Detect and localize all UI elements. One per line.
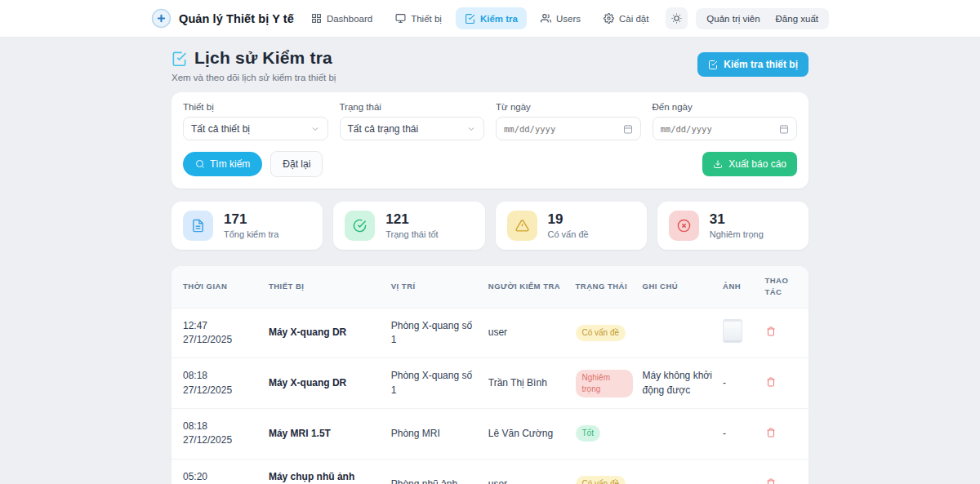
row-actions [760,459,808,484]
page-title: Lịch sử Kiểm tra [194,48,332,68]
device-filter-select[interactable]: Tất cả thiết bị [183,117,328,140]
search-button[interactable]: Tìm kiếm [183,152,262,176]
row-actions [760,409,808,460]
row-time: 08:18 27/12/2025 [172,409,264,460]
status-badge: Có vấn đề [576,325,626,341]
nav-devices[interactable]: Thiết bị [386,7,451,29]
col-status: TRẠNG THÁI [571,266,638,308]
nav-users[interactable]: Users [532,7,590,29]
row-inspector: user [483,459,571,484]
from-date-control[interactable] [496,117,641,140]
nav-settings[interactable]: Cài đặt [595,7,657,29]
stat-label: Tổng kiểm tra [224,229,278,239]
table-row: 08:18 27/12/2025 Máy X-quang DR Phòng X-… [172,358,808,409]
page-head: Lịch sử Kiểm tra Xem và theo dõi lịch sử… [172,48,808,82]
check-square-icon [708,60,718,69]
nav-dashboard[interactable]: Dashboard [302,7,381,29]
stat-critical: 31 Nghiêm trọng [657,202,808,250]
row-status: Có vấn đề [571,459,638,484]
stat-label: Có vấn đề [548,229,589,239]
stat-cards: 171 Tổng kiểm tra 121 Trạng thái tốt 19 … [172,202,808,250]
row-location: Phòng X-quang số 1 [386,308,483,358]
inspect-device-button[interactable]: Kiểm tra thiết bị [697,52,808,77]
col-time: THỜI GIAN [172,266,264,308]
device-filter-field: Thiết bị Tất cả thiết bị [183,102,328,140]
logout-button[interactable]: Đăng xuất [776,14,818,24]
from-date-input[interactable] [504,124,623,134]
trash-icon [766,326,776,336]
row-location: Phòng MRI [386,409,483,460]
gear-icon [604,13,614,24]
calendar-icon[interactable] [623,124,633,134]
user-role-label[interactable]: Quản trị viên [706,14,760,24]
col-device: THIẾT BỊ [264,266,386,308]
table-header-row: THỜI GIAN THIẾT BỊ VỊ TRÍ NGƯỜI KIỂM TRA… [172,266,808,308]
to-date-label: Đến ngày [653,102,798,112]
download-icon [713,159,723,169]
from-date-label: Từ ngày [496,102,641,112]
device-filter-label: Thiết bị [183,102,328,112]
stat-value: 121 [385,212,438,228]
table-row: 12:47 27/12/2025 Máy X-quang DR Phòng X-… [172,308,808,358]
theme-toggle-button[interactable] [666,7,688,29]
stat-label: Trạng thái tốt [385,229,438,239]
status-filter-field: Trạng thái Tất cả trạng thái [340,102,485,140]
status-badge: Nghiêm trọng [576,370,633,397]
delete-button[interactable] [764,375,777,389]
calendar-icon[interactable] [779,124,789,134]
status-filter-label: Trạng thái [340,102,485,112]
status-filter-select[interactable]: Tất cả trạng thái [340,117,485,140]
stat-label: Nghiêm trọng [710,229,764,239]
row-note: Máy không khởi động được [638,358,719,409]
row-status: Có vấn đề [571,308,638,358]
to-date-field: Đến ngày [653,102,798,140]
inspection-history-table: THỜI GIAN THIẾT BỊ VỊ TRÍ NGƯỜI KIỂM TRA… [172,266,808,484]
col-inspector: NGƯỜI KIỂM TRA [483,266,571,308]
warning-triangle-icon [515,219,529,233]
row-time: 08:18 27/12/2025 [172,358,264,409]
reset-button[interactable]: Đặt lại [270,151,323,177]
row-device: Máy X-quang DR [264,308,386,358]
monitor-icon [395,13,406,24]
nav-inspections[interactable]: Kiểm tra [456,7,527,29]
page-subtitle: Xem và theo dõi lịch sử kiểm tra thiết b… [172,73,336,82]
row-device: Máy chụp nhũ ảnh Mammography [264,459,386,484]
row-note [638,409,719,460]
row-image: - [718,459,760,484]
stat-has-issues: 19 Có vấn đề [496,202,647,250]
to-date-control[interactable] [653,117,798,140]
check-circle-icon [353,219,367,233]
col-location: VỊ TRÍ [386,266,483,308]
delete-button[interactable] [764,426,777,439]
dashboard-grid-icon [311,13,322,24]
row-actions [760,308,808,358]
row-inspector: Lê Văn Cường [483,409,571,460]
row-status: Nghiêm trọng [571,358,638,409]
table-row: 05:20 27/12/2025 Máy chụp nhũ ảnh Mammog… [172,459,808,484]
sun-icon [671,13,682,24]
trash-icon [766,478,776,484]
topbar: Quản lý Thiết bị Y tế Dashboard Thiết bị… [0,0,980,38]
chevron-down-icon [310,124,320,134]
filter-panel: Thiết bị Tất cả thiết bị Trạng thái Tất … [172,92,808,189]
stat-total-inspections: 171 Tổng kiểm tra [172,202,323,250]
no-image-dash: - [723,428,726,439]
col-note: GHI CHÚ [638,266,719,308]
row-inspector: Trần Thị Bình [483,358,571,409]
row-device: Máy X-quang DR [264,358,386,409]
row-device: Máy MRI 1.5T [264,409,386,460]
search-icon [195,159,205,169]
status-badge: Tốt [576,425,600,442]
check-square-icon [465,13,475,24]
export-report-button[interactable]: Xuất báo cáo [702,152,797,176]
delete-button[interactable] [764,477,777,484]
row-image [718,308,760,358]
row-location: Phòng X-quang số 1 [386,358,483,409]
row-inspector: user [483,308,571,358]
row-location: Phòng nhũ ảnh [386,459,483,484]
delete-button[interactable] [764,325,777,338]
to-date-input[interactable] [661,124,780,134]
status-badge: Có vấn đề [576,476,626,484]
from-date-field: Từ ngày [496,102,641,140]
inspection-photo-thumbnail[interactable] [723,319,742,343]
